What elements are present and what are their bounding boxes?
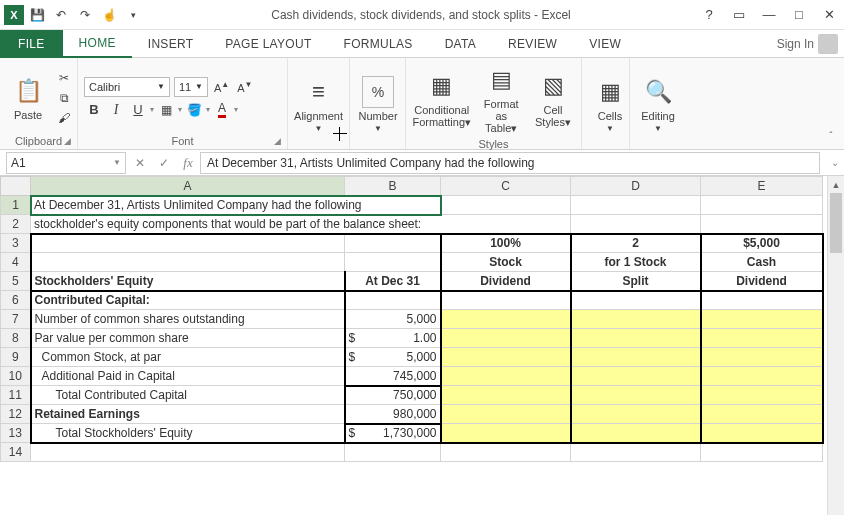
cell-c8[interactable]: [441, 329, 571, 348]
paste-button[interactable]: 📋 Paste: [6, 73, 50, 123]
cell-a13[interactable]: Total Stockholders' Equity: [31, 424, 345, 443]
cell-a9[interactable]: Common Stock, at par: [31, 348, 345, 367]
cell-c3[interactable]: 100%: [441, 234, 571, 253]
tab-home[interactable]: HOME: [63, 30, 132, 58]
cell-e5[interactable]: Dividend: [701, 272, 823, 291]
cells-button[interactable]: ▦ Cells ▼: [588, 62, 632, 147]
qat-undo-icon[interactable]: ↶: [50, 4, 72, 26]
cell-b11[interactable]: 750,000: [345, 386, 441, 405]
font-dialog-launcher-icon[interactable]: ◢: [274, 136, 284, 146]
cell-e8[interactable]: [701, 329, 823, 348]
row-header-9[interactable]: 9: [1, 348, 31, 367]
borders-icon[interactable]: ▦: [156, 101, 176, 119]
cell-e12[interactable]: [701, 405, 823, 424]
cell-d10[interactable]: [571, 367, 701, 386]
cell-e2[interactable]: [701, 215, 823, 234]
cell-c6[interactable]: [441, 291, 571, 310]
col-header-d[interactable]: D: [571, 177, 701, 196]
cell-e9[interactable]: [701, 348, 823, 367]
cell-d4[interactable]: for 1 Stock: [571, 253, 701, 272]
cell-e13[interactable]: [701, 424, 823, 443]
row-header-12[interactable]: 12: [1, 405, 31, 424]
cell-d3[interactable]: 2: [571, 234, 701, 253]
cell-c9[interactable]: [441, 348, 571, 367]
row-header-4[interactable]: 4: [1, 253, 31, 272]
cell-a10[interactable]: Additional Paid in Capital: [31, 367, 345, 386]
cell-c13[interactable]: [441, 424, 571, 443]
increase-font-icon[interactable]: A▲: [212, 80, 231, 94]
cell-d1[interactable]: [571, 196, 701, 215]
cell-e11[interactable]: [701, 386, 823, 405]
cell-e14[interactable]: [701, 443, 823, 462]
col-header-a[interactable]: A: [31, 177, 345, 196]
cell-e7[interactable]: [701, 310, 823, 329]
cell-b4[interactable]: [345, 253, 441, 272]
cell-b9[interactable]: $ 5,000: [345, 348, 441, 367]
row-header-13[interactable]: 13: [1, 424, 31, 443]
cell-c14[interactable]: [441, 443, 571, 462]
cell-c11[interactable]: [441, 386, 571, 405]
tab-file[interactable]: FILE: [0, 30, 63, 58]
tab-insert[interactable]: INSERT: [132, 30, 210, 58]
cell-d11[interactable]: [571, 386, 701, 405]
row-header-14[interactable]: 14: [1, 443, 31, 462]
enter-icon[interactable]: ✓: [152, 152, 176, 174]
conditional-formatting-button[interactable]: ▦ ConditionalFormatting▾: [412, 68, 471, 130]
row-header-6[interactable]: 6: [1, 291, 31, 310]
cell-a11[interactable]: Total Contributed Capital: [31, 386, 345, 405]
sign-in[interactable]: Sign In: [777, 34, 844, 54]
cell-a12[interactable]: Retained Earnings: [31, 405, 345, 424]
cell-b6[interactable]: [345, 291, 441, 310]
maximize-icon[interactable]: □: [788, 4, 810, 26]
copy-icon[interactable]: ⧉: [54, 89, 74, 107]
cell-styles-button[interactable]: ▧ CellStyles▾: [531, 68, 575, 130]
font-color-icon[interactable]: A: [212, 101, 232, 119]
tab-view[interactable]: VIEW: [573, 30, 637, 58]
cell-e6[interactable]: [701, 291, 823, 310]
cell-a14[interactable]: [31, 443, 345, 462]
name-box[interactable]: A1 ▼: [6, 152, 126, 174]
alignment-button[interactable]: ≡ Alignment ▼: [294, 62, 343, 147]
italic-button[interactable]: I: [106, 101, 126, 119]
cell-a5[interactable]: Stockholders' Equity: [31, 272, 345, 291]
formula-input[interactable]: At December 31, Artists Unlimited Compan…: [200, 152, 820, 174]
cell-c5[interactable]: Dividend: [441, 272, 571, 291]
row-header-5[interactable]: 5: [1, 272, 31, 291]
collapse-ribbon-icon[interactable]: ˆ: [822, 127, 840, 145]
select-all-corner[interactable]: [1, 177, 31, 196]
fill-color-icon[interactable]: 🪣: [184, 101, 204, 119]
fx-icon[interactable]: fx: [176, 152, 200, 174]
close-icon[interactable]: ✕: [818, 4, 840, 26]
cell-b14[interactable]: [345, 443, 441, 462]
ribbon-display-icon[interactable]: ▭: [728, 4, 750, 26]
col-header-c[interactable]: C: [441, 177, 571, 196]
cut-icon[interactable]: ✂: [54, 69, 74, 87]
cell-b10[interactable]: 745,000: [345, 367, 441, 386]
tab-formulas[interactable]: FORMULAS: [328, 30, 429, 58]
cell-c7[interactable]: [441, 310, 571, 329]
cell-d13[interactable]: [571, 424, 701, 443]
cell-e1[interactable]: [701, 196, 823, 215]
tab-review[interactable]: REVIEW: [492, 30, 573, 58]
help-icon[interactable]: ?: [698, 4, 720, 26]
minimize-icon[interactable]: —: [758, 4, 780, 26]
col-header-e[interactable]: E: [701, 177, 823, 196]
cell-d7[interactable]: [571, 310, 701, 329]
qat-save-icon[interactable]: 💾: [26, 4, 48, 26]
cell-d9[interactable]: [571, 348, 701, 367]
cell-a3[interactable]: [31, 234, 345, 253]
cell-d5[interactable]: Split: [571, 272, 701, 291]
cell-d2[interactable]: [571, 215, 701, 234]
cell-b5[interactable]: At Dec 31: [345, 272, 441, 291]
decrease-font-icon[interactable]: A▼: [235, 80, 254, 94]
bold-button[interactable]: B: [84, 101, 104, 119]
cancel-icon[interactable]: ✕: [128, 152, 152, 174]
cell-c10[interactable]: [441, 367, 571, 386]
number-button[interactable]: % Number ▼: [356, 62, 400, 147]
row-header-7[interactable]: 7: [1, 310, 31, 329]
row-header-10[interactable]: 10: [1, 367, 31, 386]
cell-b12[interactable]: 980,000: [345, 405, 441, 424]
cell-d12[interactable]: [571, 405, 701, 424]
qat-touch-icon[interactable]: ☝: [98, 4, 120, 26]
scroll-up-icon[interactable]: ▲: [828, 176, 844, 193]
